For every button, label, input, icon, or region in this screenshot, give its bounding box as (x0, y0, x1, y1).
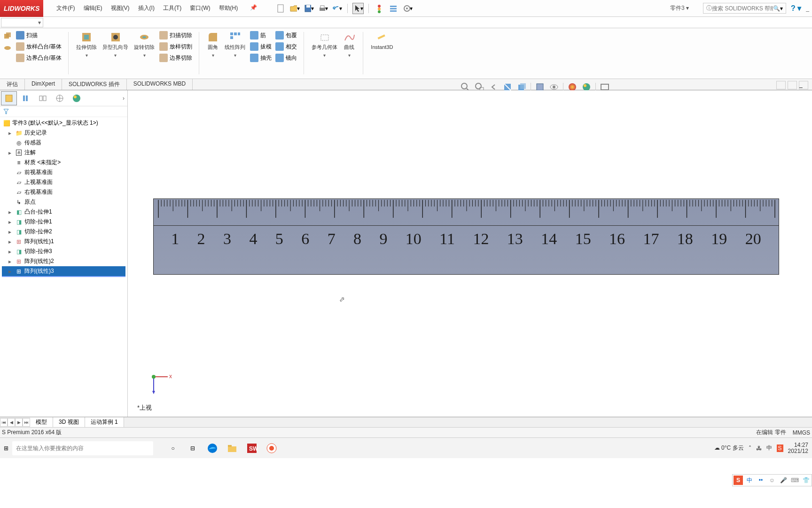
menu-edit[interactable]: 编辑(E) (80, 2, 106, 14)
display-manager-tab[interactable] (69, 91, 85, 105)
tree-cut-extrude3[interactable]: ▸◨切除-拉伸3 (2, 246, 125, 256)
boundary-cut-button[interactable]: 边界切除 (158, 53, 193, 63)
settings-button[interactable]: ▾ (402, 3, 413, 14)
tree-cut-extrude1[interactable]: ▸◨切除-拉伸1 (2, 217, 125, 227)
tab-first-button[interactable]: ⏮ (0, 418, 8, 427)
feature-tree-tab[interactable] (1, 91, 17, 105)
tree-annotations[interactable]: ▸🄰注解 (2, 148, 125, 158)
tree-material[interactable]: ≡材质 <未指定> (2, 158, 125, 167)
rib-button[interactable]: 筋 (249, 30, 273, 40)
tab-next-button[interactable]: ▶ (15, 418, 23, 427)
tray-sogou-icon[interactable]: S (777, 444, 783, 452)
help-button[interactable]: ? ▾ (791, 4, 801, 13)
ref-geometry-button[interactable]: 参考几何体▾ (310, 30, 339, 59)
ime-sogou-icon[interactable]: S (734, 476, 743, 485)
tab-model[interactable]: 模型 (30, 417, 53, 427)
search-icon[interactable]: 🔍▾ (773, 5, 783, 12)
property-manager-tab[interactable] (18, 91, 34, 105)
ime-mic-icon[interactable]: 🎤 (779, 476, 788, 485)
solidworks-icon[interactable]: SW (245, 442, 258, 455)
tray-network-icon[interactable]: 🖧 (756, 445, 762, 452)
tree-root[interactable]: 🟨零件3 (默认<<默认>_显示状态 1>) (2, 118, 125, 128)
tab-addins[interactable]: SOLIDWORKS 插件 (62, 79, 127, 90)
intersect-button[interactable]: 相交 (274, 41, 298, 52)
edge-icon[interactable] (206, 442, 219, 455)
recorder-icon[interactable] (265, 442, 278, 455)
tab-3dview[interactable]: 3D 视图 (53, 417, 85, 427)
sweep-cut-button[interactable]: 扫描切除 (158, 30, 193, 40)
new-button[interactable] (275, 3, 286, 14)
task-view-icon[interactable]: ⊟ (186, 442, 199, 455)
loft-button[interactable]: 放样凸台/基体 (15, 41, 62, 52)
help-search[interactable]: ⓘ 🔍▾ (703, 3, 786, 14)
menu-tools[interactable]: 工具(T) (159, 2, 185, 14)
ime-punct-icon[interactable]: •• (756, 476, 765, 485)
menu-insert[interactable]: 插入(I) (134, 2, 158, 14)
tree-boss-extrude1[interactable]: ▸◧凸台-拉伸1 (2, 207, 125, 217)
two-view-button[interactable] (788, 81, 797, 89)
mirror-button[interactable]: 镜向 (274, 53, 298, 63)
weather-widget[interactable]: ☁ 0°C 多云 (714, 444, 744, 452)
tree-pattern1[interactable]: ▸⊞阵列(线性)1 (2, 237, 125, 246)
tree-origin[interactable]: ↳原点 (2, 197, 125, 207)
tab-motion-study[interactable]: 运动算例 1 (85, 417, 124, 427)
menu-file[interactable]: 文件(F) (53, 2, 78, 14)
search-input[interactable] (712, 5, 773, 12)
ime-toolbar[interactable]: S 中 •• ☺ 🎤 ⌨ 👕 (732, 474, 812, 486)
config-dropdown[interactable]: ▾ (1, 18, 43, 27)
orientation-triad[interactable]: x (147, 370, 175, 398)
boundary-button[interactable]: 边界凸台/基体 (15, 53, 62, 63)
tree-cut-extrude2[interactable]: ▸◨切除-拉伸2 (2, 227, 125, 237)
revolve-boss-button[interactable] (2, 42, 13, 54)
draft-button[interactable]: 拔模 (249, 41, 273, 52)
tab-evaluate[interactable]: 评估 (0, 79, 25, 90)
instant3d-button[interactable]: Instant3D (369, 30, 395, 51)
menu-view[interactable]: 视图(V) (107, 2, 133, 14)
tab-last-button[interactable]: ⏭ (23, 418, 30, 427)
model-ruler[interactable]: 1234567891011121314151617181920 (153, 198, 779, 275)
hole-wizard-button[interactable]: 异型孔向导▾ (101, 30, 130, 59)
extrude-boss-button[interactable] (2, 30, 13, 41)
more-tabs-icon[interactable]: › (123, 95, 125, 102)
menu-window[interactable]: 窗口(W) (186, 2, 214, 14)
config-manager-tab[interactable] (35, 91, 51, 105)
select-button[interactable]: ▾ (352, 3, 364, 14)
tree-pattern2[interactable]: ▸⊞阵列(线性)2 (2, 256, 125, 266)
linear-pattern-button[interactable]: 线性阵列▾ (223, 30, 247, 59)
undo-button[interactable]: ▾ (331, 3, 343, 14)
shell-button[interactable]: 抽壳 (249, 53, 273, 63)
tab-prev-button[interactable]: ◀ (8, 418, 15, 427)
ime-skin-icon[interactable]: 👕 (801, 476, 811, 485)
fillet-button[interactable]: 圆角▾ (205, 30, 221, 59)
tray-chevron-icon[interactable]: ˄ (749, 445, 751, 452)
options-button[interactable] (388, 3, 399, 14)
sweep-button[interactable]: 扫描 (15, 30, 62, 40)
taskbar-clock[interactable]: 14:27 2021/12 (788, 442, 808, 454)
pin-icon[interactable]: 📌 (246, 2, 261, 14)
wrap-button[interactable]: 包覆 (274, 30, 298, 40)
graphics-viewport[interactable]: 1234567891011121314151617181920 ⬀ x *上视 (128, 90, 812, 417)
windows-start-icon[interactable]: ⊞ (4, 445, 8, 452)
curves-button[interactable]: 曲线▾ (341, 30, 357, 59)
windows-search-input[interactable] (12, 441, 153, 455)
tab-dimxpert[interactable]: DimXpert (25, 79, 62, 90)
ime-emoji-icon[interactable]: ☺ (767, 476, 777, 485)
tree-sensors[interactable]: ◎传感器 (2, 138, 125, 148)
explorer-icon[interactable] (226, 442, 239, 455)
cortana-icon[interactable]: ○ (166, 442, 180, 455)
menu-help[interactable]: 帮助(H) (215, 2, 242, 14)
loft-cut-button[interactable]: 放样切割 (158, 41, 193, 52)
ime-lang-icon[interactable]: 中 (745, 476, 754, 485)
single-view-button[interactable] (776, 81, 786, 89)
link-views-button[interactable]: _ (799, 81, 808, 89)
tree-right-plane[interactable]: ▱右视基准面 (2, 187, 125, 197)
dimxpert-manager-tab[interactable] (52, 91, 68, 105)
tree-filter[interactable] (0, 106, 127, 117)
save-button[interactable]: ▾ (303, 3, 314, 14)
tree-top-plane[interactable]: ▱上视基准面 (2, 177, 125, 187)
tab-mbd[interactable]: SOLIDWORKS MBD (127, 79, 193, 90)
revolve-cut-button[interactable]: 旋转切除▾ (132, 30, 156, 59)
tree-front-plane[interactable]: ▱前视基准面 (2, 167, 125, 177)
rebuild-button[interactable] (374, 3, 385, 14)
print-button[interactable]: ▾ (317, 3, 328, 14)
